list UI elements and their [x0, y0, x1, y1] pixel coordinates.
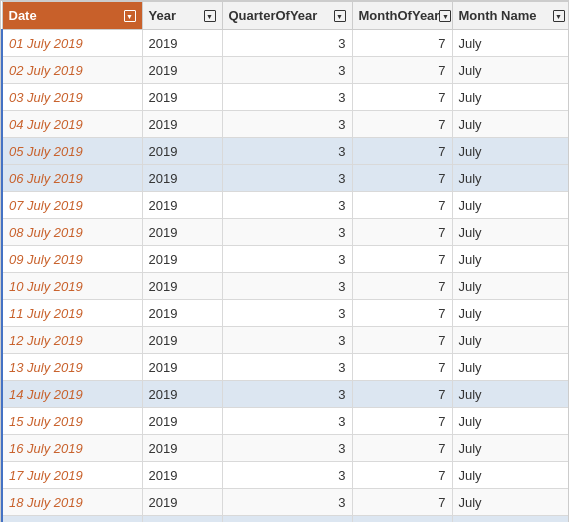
quarter-cell: 3 [222, 246, 352, 273]
date-cell: 14 July 2019 [2, 381, 142, 408]
column-header-date[interactable]: Date [2, 2, 142, 30]
date-cell: 07 July 2019 [2, 192, 142, 219]
quarter-cell: 3 [222, 219, 352, 246]
month-name-cell: July [452, 273, 569, 300]
table-row[interactable]: 05 July 2019201937July [2, 138, 569, 165]
table-row[interactable]: 10 July 2019201937July [2, 273, 569, 300]
quarter-cell: 3 [222, 354, 352, 381]
month-name-cell: July [452, 57, 569, 84]
month-of-year-cell: 7 [352, 354, 452, 381]
date-cell: 15 July 2019 [2, 408, 142, 435]
month-of-year-cell: 7 [352, 84, 452, 111]
filter-icon-date[interactable] [124, 10, 136, 22]
month-of-year-cell: 7 [352, 516, 452, 523]
year-cell: 2019 [142, 300, 222, 327]
table-row[interactable]: 13 July 2019201937July [2, 354, 569, 381]
quarter-cell: 3 [222, 57, 352, 84]
date-cell: 01 July 2019 [2, 30, 142, 57]
quarter-cell: 3 [222, 462, 352, 489]
table-row[interactable]: 01 July 2019201937July [2, 30, 569, 57]
month-of-year-cell: 7 [352, 138, 452, 165]
year-cell: 2019 [142, 246, 222, 273]
month-name-cell: July [452, 192, 569, 219]
year-cell: 2019 [142, 462, 222, 489]
month-of-year-cell: 7 [352, 192, 452, 219]
month-of-year-cell: 7 [352, 165, 452, 192]
year-cell: 2019 [142, 435, 222, 462]
quarter-cell: 3 [222, 516, 352, 523]
year-cell: 2019 [142, 84, 222, 111]
table-row[interactable]: 17 July 2019201937July [2, 462, 569, 489]
column-header-monthOfYear[interactable]: MonthOfYear [352, 2, 452, 30]
date-cell: 03 July 2019 [2, 84, 142, 111]
month-name-cell: July [452, 111, 569, 138]
date-cell: 04 July 2019 [2, 111, 142, 138]
date-cell: 17 July 2019 [2, 462, 142, 489]
quarter-cell: 3 [222, 489, 352, 516]
table-row[interactable]: 12 July 2019201937July [2, 327, 569, 354]
table-row[interactable]: 03 July 2019201937July [2, 84, 569, 111]
date-cell: 12 July 2019 [2, 327, 142, 354]
date-cell: 08 July 2019 [2, 219, 142, 246]
month-of-year-cell: 7 [352, 408, 452, 435]
filter-icon-year[interactable] [204, 10, 216, 22]
month-of-year-cell: 7 [352, 246, 452, 273]
column-label-monthOfYear: MonthOfYear [359, 8, 440, 23]
filter-icon-monthOfYear[interactable] [439, 10, 451, 22]
date-cell: 19 July 2019 [2, 516, 142, 523]
quarter-cell: 3 [222, 138, 352, 165]
filter-icon-monthName[interactable] [553, 10, 565, 22]
table-row[interactable]: 08 July 2019201937July [2, 219, 569, 246]
table-row[interactable]: 15 July 2019201937July [2, 408, 569, 435]
year-cell: 2019 [142, 408, 222, 435]
year-cell: 2019 [142, 219, 222, 246]
year-cell: 2019 [142, 489, 222, 516]
date-cell: 16 July 2019 [2, 435, 142, 462]
table-row[interactable]: 07 July 2019201937July [2, 192, 569, 219]
year-cell: 2019 [142, 138, 222, 165]
column-label-monthName: Month Name [459, 8, 537, 23]
date-cell: 11 July 2019 [2, 300, 142, 327]
table-row[interactable]: 09 July 2019201937July [2, 246, 569, 273]
month-name-cell: July [452, 300, 569, 327]
table-row[interactable]: 04 July 2019201937July [2, 111, 569, 138]
column-label-quarterOfYear: QuarterOfYear [229, 8, 318, 23]
month-name-cell: July [452, 219, 569, 246]
quarter-cell: 3 [222, 300, 352, 327]
table-row[interactable]: 18 July 2019201937July [2, 489, 569, 516]
quarter-cell: 3 [222, 381, 352, 408]
data-table: DateYearQuarterOfYearMonthOfYearMonth Na… [0, 0, 569, 522]
date-cell: 05 July 2019 [2, 138, 142, 165]
table-row[interactable]: 11 July 2019201937July [2, 300, 569, 327]
month-name-cell: July [452, 435, 569, 462]
table-row[interactable]: 02 July 2019201937July [2, 57, 569, 84]
date-cell: 18 July 2019 [2, 489, 142, 516]
filter-icon-quarterOfYear[interactable] [334, 10, 346, 22]
column-header-quarterOfYear[interactable]: QuarterOfYear [222, 2, 352, 30]
quarter-cell: 3 [222, 273, 352, 300]
year-cell: 2019 [142, 57, 222, 84]
table-row[interactable]: 14 July 2019201937July [2, 381, 569, 408]
month-of-year-cell: 7 [352, 300, 452, 327]
month-of-year-cell: 7 [352, 57, 452, 84]
year-cell: 2019 [142, 192, 222, 219]
date-cell: 13 July 2019 [2, 354, 142, 381]
date-cell: 06 July 2019 [2, 165, 142, 192]
column-header-monthName[interactable]: Month Name [452, 2, 569, 30]
table-row[interactable]: 19 July 2019201937July [2, 516, 569, 523]
month-name-cell: July [452, 408, 569, 435]
table-row[interactable]: 16 July 2019201937July [2, 435, 569, 462]
month-of-year-cell: 7 [352, 30, 452, 57]
month-name-cell: July [452, 84, 569, 111]
year-cell: 2019 [142, 354, 222, 381]
month-of-year-cell: 7 [352, 273, 452, 300]
month-of-year-cell: 7 [352, 489, 452, 516]
column-label-date: Date [9, 8, 37, 23]
month-of-year-cell: 7 [352, 381, 452, 408]
table-row[interactable]: 06 July 2019201937July [2, 165, 569, 192]
month-of-year-cell: 7 [352, 435, 452, 462]
month-name-cell: July [452, 516, 569, 523]
column-header-year[interactable]: Year [142, 2, 222, 30]
quarter-cell: 3 [222, 327, 352, 354]
year-cell: 2019 [142, 273, 222, 300]
